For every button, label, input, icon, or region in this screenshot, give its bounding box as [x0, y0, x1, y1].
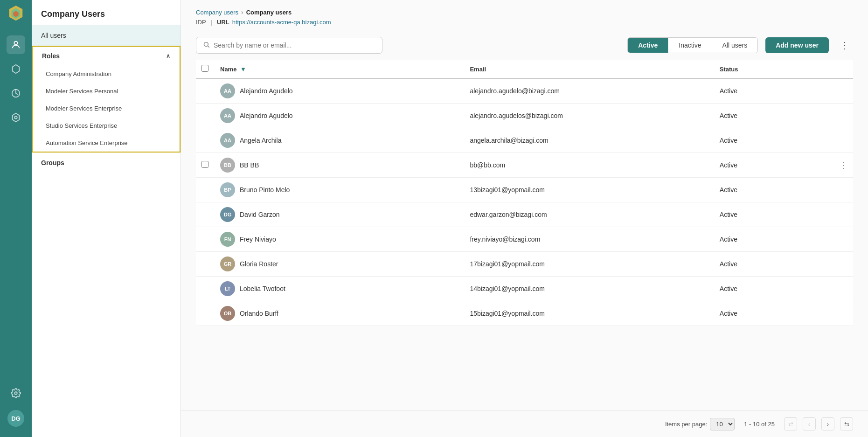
roles-section: Roles ∧ Company AdministrationModeler Se…: [32, 46, 181, 153]
row-name-cell: DG David Garzon: [215, 202, 464, 227]
app-logo[interactable]: [7, 5, 25, 24]
row-actions-cell: [833, 277, 853, 301]
table-row: FN Frey Niviayo frey.niviayo@bizagi.com …: [196, 227, 853, 252]
row-avatar: AA: [220, 83, 235, 98]
row-status: Active: [720, 236, 737, 243]
row-avatar: LT: [220, 281, 235, 296]
row-checkbox-cell: [196, 227, 215, 252]
svg-point-3: [14, 42, 17, 45]
row-email-cell: alejandro.agudelos@bizagi.com: [464, 104, 714, 128]
row-name-cell: AA Alejandro Agudelo: [215, 78, 464, 104]
roles-label: Roles: [42, 52, 60, 60]
row-name: BB BB: [240, 161, 259, 169]
breadcrumb-parent[interactable]: Company users: [196, 9, 238, 16]
url-value: https://accounts-acme-qa.bizagi.com: [232, 19, 331, 26]
row-status: Active: [720, 112, 737, 119]
row-email: 14bizagi01@yopmail.com: [470, 285, 545, 292]
row-checkbox[interactable]: [201, 161, 208, 168]
roles-chevron-icon: ∧: [166, 53, 170, 59]
row-status-cell: Active: [714, 252, 833, 277]
row-name-cell: AA Alejandro Agudelo: [215, 104, 464, 128]
row-email: 17bizagi01@yopmail.com: [470, 260, 545, 268]
roles-list: Company AdministrationModeler Services P…: [33, 65, 180, 152]
prev-page-button[interactable]: ‹: [803, 417, 816, 430]
groups-item[interactable]: Groups: [32, 153, 181, 173]
svg-point-7: [14, 116, 17, 119]
roles-header[interactable]: Roles ∧: [33, 47, 180, 65]
svg-point-8: [14, 392, 17, 395]
per-page-select[interactable]: 10 25 50: [710, 418, 735, 430]
items-per-page-label: Items per page:: [665, 421, 707, 428]
role-item[interactable]: Studio Services Enterprise: [33, 117, 180, 134]
table-row: OB Orlando Burff 15bizagi01@yopmail.com …: [196, 301, 853, 326]
search-box[interactable]: [196, 37, 382, 54]
nav-users-icon[interactable]: [7, 35, 25, 54]
next-page-button[interactable]: ›: [821, 417, 834, 430]
row-status-cell: Active: [714, 78, 833, 104]
role-item[interactable]: Company Administration: [33, 65, 180, 83]
row-status-cell: Active: [714, 277, 833, 301]
nav-hexagon1-icon[interactable]: [7, 60, 25, 78]
main-content: Company users › Company users IDP | URL …: [181, 0, 868, 437]
add-user-button[interactable]: Add new user: [765, 37, 829, 53]
row-avatar: BB: [220, 158, 235, 173]
filter-tab-all-users[interactable]: All users: [712, 38, 758, 53]
filter-tab-active[interactable]: Active: [628, 38, 668, 53]
row-avatar: OB: [220, 306, 235, 321]
row-avatar: GR: [220, 257, 235, 271]
first-page-button[interactable]: ⇄: [784, 417, 797, 430]
row-avatar: AA: [220, 108, 235, 123]
last-page-button[interactable]: ⇆: [840, 417, 853, 430]
breadcrumb-current: Company users: [246, 9, 292, 16]
row-avatar: AA: [220, 133, 235, 148]
nav-hexagon2-icon[interactable]: [7, 108, 25, 127]
row-status-cell: Active: [714, 178, 833, 202]
row-status: Active: [720, 260, 737, 268]
row-more-button[interactable]: ⋮: [839, 160, 847, 170]
table-row: BB BB BB bb@bb.com Active ⋮: [196, 153, 853, 178]
row-status-cell: Active: [714, 227, 833, 252]
row-email-cell: 17bizagi01@yopmail.com: [464, 252, 714, 277]
row-name: Alejandro Agudelo: [240, 112, 293, 119]
panel-title: Company Users: [32, 0, 181, 25]
role-item[interactable]: Modeler Services Enterprise: [33, 100, 180, 117]
table-row: AA Angela Archila angela.archila@bizagi.…: [196, 128, 853, 153]
row-actions-cell: [833, 104, 853, 128]
row-actions-cell: [833, 178, 853, 202]
role-item[interactable]: Automation Service Enterprise: [33, 134, 180, 152]
row-actions-cell: ⋮: [833, 153, 853, 178]
row-name: Alejandro Agudelo: [240, 87, 293, 95]
row-name: Orlando Burff: [240, 310, 278, 317]
row-name-cell: AA Angela Archila: [215, 128, 464, 153]
row-status: Active: [720, 161, 737, 169]
table-row: AA Alejandro Agudelo alejandro.agudelo@b…: [196, 78, 853, 104]
row-email: frey.niviayo@bizagi.com: [470, 236, 540, 243]
row-name: Lobelia Twofoot: [240, 285, 285, 292]
all-users-item[interactable]: All users: [32, 25, 181, 46]
row-name: Bruno Pinto Melo: [240, 186, 290, 194]
select-all-checkbox[interactable]: [201, 65, 208, 72]
role-item[interactable]: Modeler Services Personal: [33, 83, 180, 100]
sort-arrow-icon: ▼: [240, 66, 246, 73]
row-email: bb@bb.com: [470, 161, 505, 169]
row-name-cell: OB Orlando Burff: [215, 301, 464, 326]
row-status: Active: [720, 186, 737, 194]
user-avatar[interactable]: DG: [7, 410, 24, 427]
nav-chart-icon[interactable]: [7, 84, 25, 103]
more-options-button[interactable]: ⋮: [836, 38, 853, 53]
row-avatar: BP: [220, 182, 235, 197]
row-avatar: DG: [220, 207, 235, 222]
row-status-cell: Active: [714, 301, 833, 326]
row-checkbox-cell: [196, 277, 215, 301]
row-name-cell: GR Gloria Roster: [215, 252, 464, 277]
row-status-cell: Active: [714, 153, 833, 178]
settings-icon[interactable]: [7, 384, 25, 402]
col-name-header[interactable]: Name ▼: [215, 60, 464, 78]
search-input[interactable]: [214, 42, 375, 49]
svg-line-10: [208, 46, 209, 48]
row-actions-cell: [833, 128, 853, 153]
row-status-cell: Active: [714, 104, 833, 128]
breadcrumb: Company users › Company users: [181, 0, 868, 18]
row-checkbox-cell: [196, 202, 215, 227]
filter-tab-inactive[interactable]: Inactive: [668, 38, 712, 53]
